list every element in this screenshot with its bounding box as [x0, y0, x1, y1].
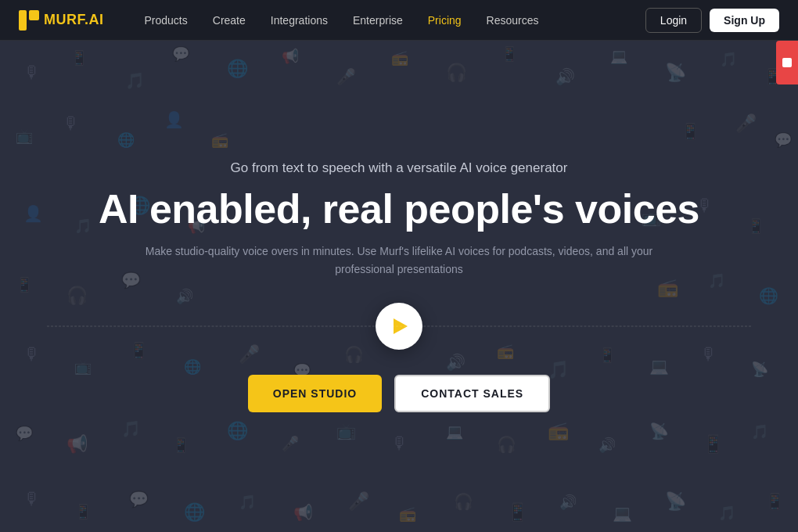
hero-content: Go from text to speech with a versatile … [67, 160, 731, 412]
svg-rect-1 [29, 10, 39, 20]
nav-resources[interactable]: Resources [477, 9, 548, 31]
svg-text:🌐: 🌐 [227, 58, 249, 79]
svg-text:🎧: 🎧 [454, 492, 473, 511]
svg-text:📢: 📢 [282, 48, 300, 65]
svg-text:📱: 📱 [501, 45, 519, 63]
svg-text:📱: 📱 [74, 503, 92, 520]
svg-text:🎤: 🎤 [336, 67, 356, 86]
svg-text:💻: 💻 [610, 48, 628, 65]
svg-text:🎧: 🎧 [497, 435, 516, 454]
svg-text:🌐: 🌐 [227, 420, 249, 441]
hero-section: 🎙 📱 🎵 💬 🌐 📢 🎤 📻 🎧 📱 🔊 💻 📡 🎵 📱 📺 🎙 🌐 👤 📻 … [0, 0, 798, 532]
svg-text:📺: 📺 [336, 422, 356, 440]
svg-text:📱: 📱 [16, 276, 34, 293]
svg-text:🔊: 🔊 [555, 67, 575, 86]
svg-text:💬: 💬 [172, 45, 190, 63]
svg-text:🌐: 🌐 [184, 501, 206, 523]
svg-text:🎤: 🎤 [282, 435, 300, 452]
svg-text:🎙: 🎙 [23, 489, 41, 509]
play-button[interactable] [376, 303, 422, 350]
svg-text:🔊: 🔊 [598, 437, 616, 454]
svg-text:🎵: 🎵 [125, 71, 145, 90]
svg-text:📡: 📡 [665, 62, 687, 83]
contact-sales-button[interactable]: CONTACT SALES [394, 375, 550, 412]
svg-text:📱: 📱 [765, 492, 785, 511]
svg-text:🔊: 🔊 [559, 494, 577, 511]
svg-text:📻: 📻 [548, 420, 570, 441]
svg-text:🎙: 🎙 [23, 344, 41, 364]
logo-text: MURF.AI [44, 12, 104, 28]
svg-text:👤: 👤 [23, 204, 43, 223]
navbar: MURF.AI Products Create Integrations Ent… [0, 0, 798, 41]
logo-icon [19, 10, 39, 31]
svg-text:🎙: 🎙 [391, 433, 408, 453]
svg-text:💻: 💻 [613, 504, 632, 523]
nav-integrations[interactable]: Integrations [261, 9, 337, 31]
hero-title: AI enabled, real people's voices [99, 187, 699, 232]
svg-text:💬: 💬 [775, 131, 793, 149]
svg-text:📱: 📱 [507, 501, 529, 523]
svg-text:🎵: 🎵 [720, 51, 738, 68]
nav-products[interactable]: Products [135, 9, 197, 31]
svg-text:📻: 📻 [391, 49, 409, 66]
hero-description: Make studio-quality voice overs in minut… [133, 243, 665, 278]
svg-text:📺: 📺 [16, 128, 34, 145]
svg-text:🎤: 🎤 [735, 113, 757, 134]
svg-text:📱: 📱 [172, 437, 190, 454]
nav-links: Products Create Integrations Enterprise … [135, 9, 645, 31]
svg-text:💻: 💻 [446, 423, 464, 440]
nav-enterprise[interactable]: Enterprise [343, 9, 412, 31]
logo[interactable]: MURF.AI [19, 10, 104, 31]
svg-text:📱: 📱 [681, 122, 700, 141]
svg-text:📱: 📱 [747, 217, 765, 235]
svg-text:📻: 📻 [211, 131, 229, 149]
svg-text:🎙: 🎙 [63, 113, 80, 133]
svg-text:👤: 👤 [164, 110, 184, 129]
svg-text:📱: 📱 [703, 433, 724, 455]
play-icon [394, 318, 408, 334]
nav-pricing[interactable]: Pricing [419, 9, 471, 31]
svg-text:🌐: 🌐 [759, 286, 778, 305]
svg-text:🎵: 🎵 [239, 494, 257, 511]
hero-subtitle: Go from text to speech with a versatile … [231, 160, 568, 176]
corner-badge [776, 41, 798, 84]
svg-text:💬: 💬 [16, 425, 34, 442]
cta-buttons: OPEN STUDIO CONTACT SALES [248, 375, 550, 412]
svg-text:📱: 📱 [70, 49, 88, 66]
svg-text:📡: 📡 [649, 422, 669, 440]
svg-text:🎧: 🎧 [446, 62, 468, 83]
svg-text:💬: 💬 [129, 490, 149, 509]
svg-text:🎵: 🎵 [718, 505, 736, 522]
corner-badge-inner [782, 58, 792, 67]
svg-text:🌐: 🌐 [117, 131, 135, 149]
nav-create[interactable]: Create [203, 9, 255, 31]
svg-rect-0 [19, 10, 27, 31]
svg-text:🎙: 🎙 [23, 63, 41, 82]
svg-text:🎵: 🎵 [121, 419, 141, 438]
svg-text:📡: 📡 [665, 491, 687, 512]
play-button-wrapper [376, 303, 422, 350]
svg-text:📻: 📻 [399, 505, 417, 523]
signup-button[interactable]: Sign Up [710, 9, 779, 32]
svg-text:🎤: 🎤 [348, 491, 370, 512]
open-studio-button[interactable]: OPEN STUDIO [248, 375, 382, 412]
svg-text:📢: 📢 [66, 433, 88, 455]
svg-text:📢: 📢 [293, 503, 313, 522]
login-button[interactable]: Login [645, 8, 702, 33]
svg-text:📡: 📡 [751, 361, 769, 378]
svg-text:🎵: 🎵 [751, 423, 769, 440]
nav-actions: Login Sign Up [645, 8, 779, 33]
